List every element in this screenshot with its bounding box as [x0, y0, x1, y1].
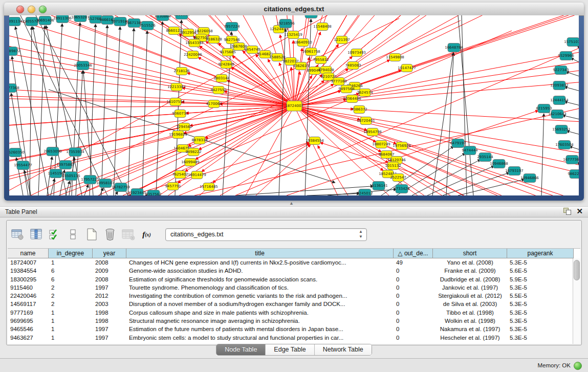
table-row[interactable]: 946554611997Estimation of the future num… — [8, 325, 580, 333]
cell-title[interactable]: Investigating the contribution of common… — [126, 292, 394, 300]
cell-pagerank[interactable]: 5.3E-5 — [507, 283, 574, 292]
table-row[interactable]: 1830029562008Estimation of significance … — [8, 275, 580, 283]
table-row[interactable]: 969969511998Structural magnetic resonanc… — [8, 317, 580, 325]
cell-year[interactable]: 1997 — [93, 325, 126, 333]
cell-name[interactable]: 14569117 — [8, 300, 49, 308]
cell-in_degree[interactable]: 6 — [49, 267, 93, 275]
scrollbar-thumb[interactable] — [574, 260, 580, 280]
cell-in_degree[interactable]: 1 — [49, 309, 93, 317]
cell-year[interactable]: 1998 — [93, 309, 126, 317]
cell-name[interactable]: 9465546 — [8, 325, 49, 333]
cell-title[interactable]: Estimation of significance thresholds fo… — [126, 275, 394, 283]
cell-name[interactable]: 19384554 — [8, 267, 49, 275]
cell-out_de[interactable]: 0 — [394, 267, 433, 275]
column-header-name[interactable]: name — [8, 249, 49, 258]
cell-in_degree[interactable]: 1 — [49, 258, 93, 267]
table-row[interactable]: 1456911722003Disruption of a novel membe… — [8, 300, 580, 308]
cell-short[interactable]: Franke et al. (2009) — [433, 267, 507, 275]
cell-pagerank[interactable]: 5.3E-5 — [507, 334, 574, 342]
table-row[interactable]: 1938455462009Genome-wide association stu… — [8, 267, 580, 275]
merge-rows-icon[interactable] — [66, 228, 80, 242]
cell-out_de[interactable]: 0 — [394, 325, 433, 333]
cell-in_degree[interactable]: 6 — [49, 275, 93, 283]
cell-pagerank[interactable]: 5.3E-5 — [507, 300, 574, 308]
cell-pagerank[interactable]: 5.3E-5 — [507, 309, 574, 317]
panel-resize-handle-icon[interactable]: ▲ — [289, 201, 294, 206]
cell-out_de[interactable]: 0 — [394, 283, 433, 292]
cell-in_degree[interactable]: 2 — [49, 300, 93, 308]
column-header-year[interactable]: year — [93, 249, 126, 258]
cell-title[interactable]: Disruption of a novel member of a sodium… — [126, 300, 394, 308]
cell-pagerank[interactable]: 5.3E-5 — [507, 258, 574, 267]
cell-name[interactable]: 18300295 — [8, 275, 49, 283]
network-graph[interactable]: 8660123891295418226058982750981863289827… — [9, 15, 579, 195]
function-builder-icon[interactable]: f(x) — [140, 228, 154, 242]
cell-pagerank[interactable]: 5.3E-5 — [507, 325, 574, 333]
new-file-icon[interactable] — [84, 228, 98, 242]
cell-in_degree[interactable]: 1 — [49, 317, 93, 325]
table-settings-icon[interactable] — [11, 228, 25, 242]
cell-year[interactable]: 2009 — [93, 267, 126, 275]
cell-out_de[interactable]: 0 — [394, 334, 433, 342]
cell-title[interactable]: Embryonic stem cells: a model to study s… — [126, 334, 394, 342]
cell-year[interactable]: 2008 — [93, 258, 126, 267]
cell-in_degree[interactable]: 1 — [49, 325, 93, 333]
cell-out_de[interactable]: 0 — [394, 292, 433, 300]
cell-out_de[interactable]: 0 — [394, 317, 433, 325]
cell-short[interactable]: de Silva et al. (2003) — [433, 300, 507, 308]
cell-year[interactable]: 2008 — [93, 275, 126, 283]
cell-year[interactable]: 1997 — [93, 283, 126, 292]
network-window-titlebar[interactable]: citations_edges.txt — [4, 3, 584, 16]
tab-edge-table[interactable]: Edge Table — [266, 344, 314, 355]
tab-network-table[interactable]: Network Table — [315, 344, 372, 355]
panel-divider[interactable]: ▲ — [0, 201, 588, 206]
table-row[interactable]: 1872400712008Changes of HCN gene express… — [8, 258, 580, 267]
show-columns-icon[interactable] — [29, 228, 43, 242]
cell-short[interactable]: Hescheler et al. (1997) — [433, 334, 507, 342]
cell-short[interactable]: Tibbo et al. (1998) — [433, 309, 507, 317]
cell-title[interactable]: Corpus callosum shape and size in male p… — [126, 309, 394, 317]
cell-title[interactable]: Structural magnetic resonance image aver… — [126, 317, 394, 325]
cell-in_degree[interactable]: 1 — [49, 334, 93, 342]
cell-name[interactable]: 22420046 — [8, 292, 49, 300]
cell-title[interactable]: Changes of HCN gene expression and I(f) … — [126, 258, 394, 267]
table-row[interactable]: 977716911998Corpus callosum shape and si… — [8, 309, 580, 317]
delete-table-icon[interactable] — [121, 228, 135, 242]
cell-title[interactable]: Tourette syndrome. Phenomenology and cla… — [126, 283, 394, 292]
cell-year[interactable]: 1998 — [93, 317, 126, 325]
cell-in_degree[interactable]: 2 — [49, 283, 93, 292]
cell-short[interactable]: Stergiakouli et al. (2012) — [433, 292, 507, 300]
cell-short[interactable]: Yano et al. (2008) — [433, 258, 507, 267]
network-canvas[interactable]: 8660123891295418226058982750981863289827… — [9, 15, 579, 195]
cell-in_degree[interactable]: 2 — [49, 292, 93, 300]
table-row[interactable]: 2242004622012Investigating the contribut… — [8, 292, 580, 300]
delete-rows-icon[interactable] — [103, 228, 117, 242]
cell-title[interactable]: Genome-wide association studies in ADHD. — [126, 267, 394, 275]
cell-short[interactable]: Dudbridge et al. (2008) — [433, 275, 507, 283]
cell-title[interactable]: Estimation of the future numbers of pati… — [126, 325, 394, 333]
cell-out_de[interactable]: 0 — [394, 275, 433, 283]
table-select-dropdown[interactable]: citations_edges.txt ▲▼ — [165, 228, 367, 241]
column-header-in_degree[interactable]: in_degree — [49, 249, 93, 258]
cell-name[interactable]: 9463627 — [8, 334, 49, 342]
cell-year[interactable]: 2003 — [93, 300, 126, 308]
cell-name[interactable]: 9699695 — [8, 317, 49, 325]
cell-out_de[interactable]: 0 — [394, 300, 433, 308]
cell-out_de[interactable]: 0 — [394, 309, 433, 317]
column-header-title[interactable]: title — [126, 249, 394, 258]
table-row[interactable]: 911546021997Tourette syndrome. Phenomeno… — [8, 283, 580, 292]
close-panel-icon[interactable]: ✕ — [576, 208, 583, 215]
cell-short[interactable]: Wolkin et al. (1998) — [433, 317, 507, 325]
memory-status-icon[interactable] — [574, 362, 582, 370]
vertical-scrollbar[interactable] — [573, 258, 580, 344]
cell-short[interactable]: Nakamura et al. (1997) — [433, 325, 507, 333]
cell-pagerank[interactable]: 5.6E-5 — [507, 267, 574, 275]
cell-year[interactable]: 1997 — [93, 334, 126, 342]
cell-year[interactable]: 2012 — [93, 292, 126, 300]
cell-pagerank[interactable]: 5.3E-5 — [507, 317, 574, 325]
column-header-short[interactable]: short — [433, 249, 507, 258]
cell-out_de[interactable]: 49 — [394, 258, 433, 267]
cell-pagerank[interactable]: 5.5E-5 — [507, 292, 574, 300]
cell-name[interactable]: 9115460 — [8, 283, 49, 292]
cell-pagerank[interactable]: 5.9E-5 — [507, 275, 574, 283]
